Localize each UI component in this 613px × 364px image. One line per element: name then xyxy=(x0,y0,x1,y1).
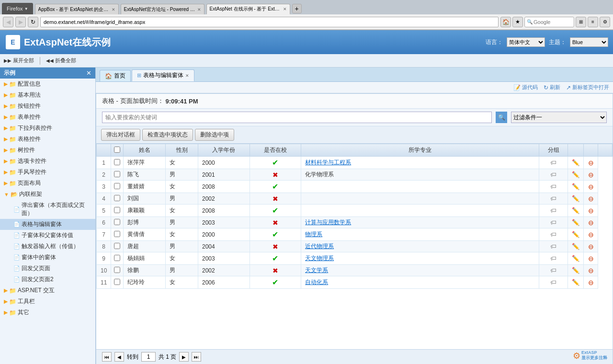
row-edit[interactable]: ✏️ xyxy=(568,181,584,193)
row-edit[interactable]: ✏️ xyxy=(568,217,584,228)
row-checkbox[interactable] xyxy=(114,195,120,201)
sidebar-item-callback[interactable]: 📄 回发父页面 xyxy=(0,263,95,274)
tab-1[interactable]: AppBox - 基于 ExtAspNet 的企业通... ✕ xyxy=(35,4,119,14)
sidebar-item-layout[interactable]: ▶ 📁 页面布局 xyxy=(0,178,95,189)
row-edit[interactable]: ✏️ xyxy=(568,169,584,181)
row-checkbox[interactable] xyxy=(114,159,120,165)
tab-1-close-icon[interactable]: ✕ xyxy=(112,7,115,12)
tab-3[interactable]: ExtAspNet 在线示例 - 基于 ExtJS 的... ✕ xyxy=(206,4,290,14)
tab-3-close-icon[interactable]: ✕ xyxy=(283,7,287,11)
search-input[interactable] xyxy=(102,112,492,123)
major-link[interactable]: 自动化系 xyxy=(305,279,328,285)
home-button[interactable]: 🏠 xyxy=(500,17,511,27)
source-code-button[interactable]: 📝 源代码 xyxy=(513,84,538,91)
firefox-button[interactable]: Firefox ▼ xyxy=(2,3,33,14)
row-check[interactable] xyxy=(111,181,124,193)
google-search-input[interactable] xyxy=(534,19,572,25)
refresh-content-button[interactable]: ↻ 刷新 xyxy=(544,84,560,91)
lang-select[interactable]: 简体中文 xyxy=(507,37,545,47)
last-page-button[interactable]: ⏭ xyxy=(192,352,201,362)
row-check[interactable] xyxy=(111,169,124,181)
back-button[interactable]: ◀ xyxy=(3,17,13,27)
nav-icon-3[interactable]: ≡ xyxy=(588,17,598,27)
major-link[interactable]: 计算与应用数学系 xyxy=(305,219,351,226)
sidebar-item-toolbar[interactable]: ▶ 📁 工具栏 xyxy=(0,296,95,307)
sidebar-close-icon[interactable]: ✕ xyxy=(86,69,91,77)
nav-icon-4[interactable]: ⚙ xyxy=(600,17,610,27)
nav-icon-2[interactable]: ⊞ xyxy=(576,17,586,27)
row-checkbox[interactable] xyxy=(114,255,120,261)
row-delete[interactable]: ⊖ xyxy=(584,193,598,205)
row-delete[interactable]: ⊖ xyxy=(584,205,598,217)
sidebar-item-nested[interactable]: 📄 窗体中的窗体 xyxy=(0,252,95,263)
sidebar-item-tab[interactable]: ▶ 📁 选项卡控件 xyxy=(0,156,95,167)
row-checkbox[interactable] xyxy=(114,267,120,273)
row-edit[interactable]: ✏️ xyxy=(568,276,584,289)
check-selected-button[interactable]: 检查选中项状态 xyxy=(142,129,193,141)
forward-button[interactable]: ▶ xyxy=(15,17,26,27)
row-check[interactable] xyxy=(111,228,124,241)
sidebar-item-form[interactable]: ▶ 📁 表单控件 xyxy=(0,112,95,123)
sidebar-item-iframe[interactable]: ▼ 📂 内联框架 xyxy=(0,189,95,200)
sidebar-item-button[interactable]: ▶ 📁 按钮控件 xyxy=(0,101,95,112)
sidebar-item-grid[interactable]: ▶ 📁 表格控件 xyxy=(0,134,95,145)
grid-tab-close-icon[interactable]: ✕ xyxy=(185,73,189,78)
tab-grid-edit[interactable]: ⊞ 表格与编辑窗体 ✕ xyxy=(132,69,194,81)
row-check[interactable] xyxy=(111,276,124,289)
sidebar-item-aspnet[interactable]: ▶ 📁 ASP.NET 交互 xyxy=(0,285,95,296)
row-checkbox[interactable] xyxy=(114,207,120,213)
refresh-button[interactable]: ↻ xyxy=(28,17,38,27)
row-edit[interactable]: ✏️ xyxy=(568,265,584,276)
sidebar-item-dropdown[interactable]: ▶ 📁 下拉列表控件 xyxy=(0,123,95,134)
sidebar-item-child-parent[interactable]: 📄 子窗体和父窗体传值 xyxy=(0,230,95,241)
row-check[interactable] xyxy=(111,241,124,252)
sidebar-item-config[interactable]: ▶ 📁 配置信息 xyxy=(0,79,95,90)
sidebar-item-accordion[interactable]: ▶ 📁 手风琴控件 xyxy=(0,167,95,178)
collapse-all-button[interactable]: ◀◀ 折叠全部 xyxy=(46,57,76,64)
row-checkbox[interactable] xyxy=(114,243,120,249)
row-checkbox[interactable] xyxy=(114,183,120,189)
row-delete[interactable]: ⊖ xyxy=(584,217,598,228)
row-checkbox[interactable] xyxy=(114,279,120,285)
row-check[interactable] xyxy=(111,193,124,205)
row-check[interactable] xyxy=(111,265,124,276)
row-delete[interactable]: ⊖ xyxy=(584,157,598,169)
search-button[interactable]: 🔍 xyxy=(496,112,507,123)
select-all-checkbox[interactable] xyxy=(114,147,120,153)
sidebar-item-basic[interactable]: ▶ 📁 基本用法 xyxy=(0,90,95,101)
expand-all-button[interactable]: ▶▶ 展开全部 xyxy=(4,57,34,64)
row-checkbox[interactable] xyxy=(114,219,120,225)
row-delete[interactable]: ⊖ xyxy=(584,276,598,289)
nav-icon-1[interactable]: ★ xyxy=(512,17,523,27)
delete-selected-button[interactable]: 删除选中项 xyxy=(195,129,234,141)
tab-2-close-icon[interactable]: ✕ xyxy=(197,7,201,12)
sidebar-item-popup[interactable]: 📄 弹出窗体（本页面或父页面） xyxy=(0,200,95,219)
theme-select[interactable]: Blue xyxy=(570,37,608,47)
major-link[interactable]: 材料科学与工程系 xyxy=(305,159,351,166)
new-tab-button[interactable]: + xyxy=(292,4,302,13)
row-check[interactable] xyxy=(111,217,124,228)
row-edit[interactable]: ✏️ xyxy=(568,157,584,169)
page-input[interactable] xyxy=(141,352,156,362)
row-checkbox[interactable] xyxy=(114,231,120,237)
row-check[interactable] xyxy=(111,205,124,217)
first-page-button[interactable]: ⏮ xyxy=(102,352,112,362)
row-edit[interactable]: ✏️ xyxy=(568,241,584,252)
address-input[interactable] xyxy=(40,17,499,27)
sidebar-item-grid-edit[interactable]: 📄 表格与编辑窗体 xyxy=(0,219,95,230)
row-delete[interactable]: ⊖ xyxy=(584,169,598,181)
row-delete[interactable]: ⊖ xyxy=(584,181,598,193)
next-page-button[interactable]: ▶ xyxy=(179,352,189,362)
row-edit[interactable]: ✏️ xyxy=(568,252,584,265)
row-checkbox[interactable] xyxy=(114,171,120,177)
tab-2[interactable]: ExtAspNet官方论坛 - Powered by ... ✕ xyxy=(121,4,204,14)
major-link[interactable]: 天文物理系 xyxy=(305,255,334,262)
prev-page-button[interactable]: ◀ xyxy=(114,352,124,362)
row-delete[interactable]: ⊖ xyxy=(584,252,598,265)
row-edit[interactable]: ✏️ xyxy=(568,228,584,241)
sidebar-item-tree[interactable]: ▶ 📁 树控件 xyxy=(0,145,95,156)
row-delete[interactable]: ⊖ xyxy=(584,241,598,252)
sidebar-item-trigger[interactable]: 📄 触发器输入框（传值） xyxy=(0,241,95,252)
open-new-tab-button[interactable]: ↗ 新标签页中打开 xyxy=(566,84,609,91)
row-edit[interactable]: ✏️ xyxy=(568,205,584,217)
